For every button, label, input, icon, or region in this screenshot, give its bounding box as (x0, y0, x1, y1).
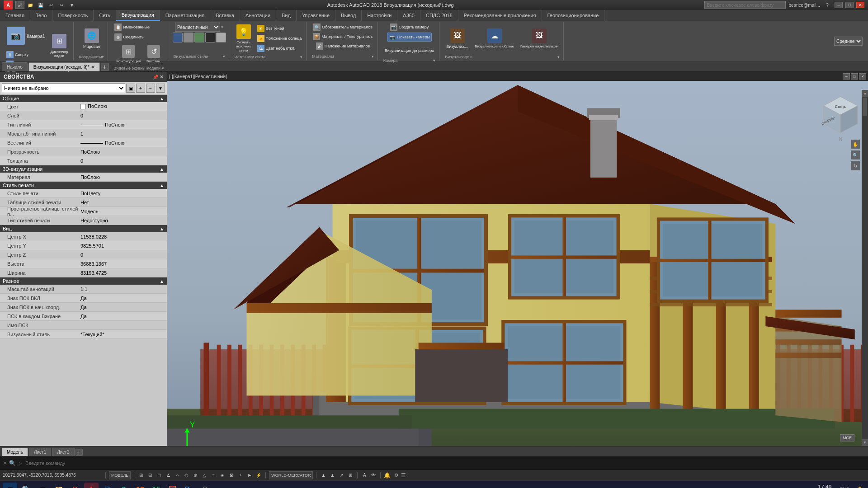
section-collapse-3d[interactable]: ▲ (160, 167, 164, 172)
explorer-btn[interactable]: 📁 (52, 483, 66, 488)
section-header-stil[interactable]: Стиль печати ▲ (0, 182, 167, 189)
bez-teney-btn[interactable]: ☀ Без теней (255, 24, 304, 33)
tab-upravlenie[interactable]: Управление (297, 10, 335, 21)
annot-viz-btn[interactable]: 👁 (370, 472, 377, 479)
photoshop-taskbar-btn[interactable]: Ps (182, 483, 196, 488)
ortho-btn[interactable]: ⊓ (156, 472, 163, 479)
linput-btn[interactable]: ► (246, 472, 253, 479)
qa-redo-btn[interactable]: ↪ (57, 0, 66, 9)
vp-maximize-btn[interactable]: □ (851, 73, 858, 80)
tab-nachalo[interactable]: Начало (2, 62, 28, 71)
unknown-taskbar-btn[interactable]: P (198, 483, 212, 488)
prop-select-btn1[interactable]: ▣ (126, 84, 135, 93)
tab-list1[interactable]: Лист1 (29, 448, 51, 456)
koordinaty-dropdown[interactable]: ▾ (102, 55, 104, 59)
dispatcher-btn[interactable]: ⊞ Диспетчервидов (48, 30, 71, 61)
notifications-btn[interactable]: 🔔 (384, 472, 391, 479)
tab-glavnaya[interactable]: Главная (0, 10, 30, 21)
tab-list2[interactable]: Лист2 (52, 448, 74, 456)
vp-minimize-btn[interactable]: ─ (843, 73, 850, 80)
tab-spds[interactable]: СПДС 2018 (420, 10, 458, 21)
scroll-down-btn[interactable]: ▼ (862, 439, 868, 446)
qa-open-btn[interactable]: 📁 (26, 0, 35, 9)
tab-a360[interactable]: А360 (397, 10, 420, 21)
osnap-btn[interactable]: ○ (174, 472, 181, 479)
viewcube[interactable]: Свер. Спереди N (821, 94, 860, 133)
nav-orbit-btn[interactable]: ↻ (851, 161, 860, 170)
help-btn[interactable]: ? (823, 0, 832, 9)
vidovye-dropdown[interactable]: ▾ (162, 66, 164, 70)
section-header-3d[interactable]: 3D-визуализация ▲ (0, 165, 167, 173)
prop-select-btn3[interactable]: − (146, 84, 155, 93)
tab-add-btn[interactable]: + (75, 449, 83, 456)
tab-geopozitsionirovanie[interactable]: Геопозиционирование (542, 10, 605, 21)
tab-vstavka[interactable]: Вставка (210, 10, 240, 21)
tab-poverkhnost[interactable]: Поверхность (52, 10, 94, 21)
notification-center-btn[interactable]: 🔔 (854, 486, 865, 488)
insight-taskbar-btn[interactable]: 15 (149, 483, 164, 488)
sverhu-btn[interactable]: ⬆ Сверху (5, 50, 47, 59)
wsw-icon2[interactable]: ▲ (329, 472, 336, 479)
transp-btn[interactable]: ◈ (219, 472, 226, 479)
object-selector[interactable]: Ничего не выбрано (2, 83, 125, 93)
tab-set[interactable]: Сеть (94, 10, 116, 21)
section-header-obshchie[interactable]: Общие ▲ (0, 95, 167, 102)
viz-style-swatch5[interactable] (216, 33, 226, 42)
viz-style-select[interactable]: Реалистичный (175, 23, 220, 32)
prop-pin-btn[interactable]: 📌 (153, 75, 158, 80)
model-mode-btn[interactable]: МОДЕЛЬ (109, 471, 131, 479)
tab-annotatsii[interactable]: Аннотации (240, 10, 276, 21)
prop-select-btn2[interactable]: + (136, 84, 145, 93)
viz-stili-dropdown[interactable]: ▾ (223, 54, 225, 59)
prop-select-btn4[interactable]: ▼ (156, 84, 165, 93)
tab-vyvod[interactable]: Вывод (335, 10, 362, 21)
imenovannye-btn[interactable]: 📋 Именованные (113, 23, 151, 32)
pokazat-kameru-btn[interactable]: 📷 Показать камеры (387, 33, 432, 42)
annot-scale-btn[interactable]: A (361, 472, 368, 479)
section-collapse-obshchie[interactable]: ▲ (160, 96, 164, 101)
qa-dropdown-btn[interactable]: ▼ (67, 0, 76, 9)
konfig-btn[interactable]: ⊞ Конфигурация (114, 43, 143, 66)
viz-style-swatch1[interactable] (173, 33, 183, 42)
tab-parametrizatsiya[interactable]: Параметризация (160, 10, 210, 21)
tsvet-neba-btn[interactable]: 🌤 Цвет неба откл. (255, 44, 304, 53)
viz-btn[interactable]: 🖼 Визуализ.... (444, 23, 471, 54)
autocad-taskbar-btn[interactable]: A (84, 483, 99, 488)
navisworks-taskbar-btn[interactable]: 13 (133, 483, 147, 488)
tab-add-btn[interactable]: + (101, 63, 109, 71)
dyn-btn[interactable]: + (237, 472, 244, 479)
qa-save-btn[interactable]: 💾 (36, 0, 45, 9)
calc-taskbar-btn[interactable]: 🧮 (165, 483, 180, 488)
polar-btn[interactable]: ∠ (165, 472, 172, 479)
section-collapse-stil[interactable]: ▲ (160, 183, 164, 188)
istochniki-dropdown[interactable]: ▾ (300, 55, 302, 59)
browser-btn[interactable]: O (68, 483, 82, 488)
wsw-icon4[interactable]: ⊞ (347, 472, 354, 479)
revit-taskbar-btn[interactable]: R (100, 483, 115, 488)
wsw-icon3[interactable]: ↗ (338, 472, 345, 479)
section-collapse-vid[interactable]: ▲ (160, 226, 164, 231)
sozdat-kameru-btn[interactable]: 📷 Создать камеру (388, 23, 430, 32)
command-input[interactable] (24, 460, 865, 466)
close-btn[interactable]: ✕ (856, 2, 864, 8)
qa-undo-btn[interactable]: ↩ (47, 0, 56, 9)
scroll-thumb[interactable] (863, 98, 867, 116)
kamera-dropdown[interactable]: ▾ (433, 58, 435, 63)
obozrevatel-btn[interactable]: 🔍 Обозреватель материалов (311, 23, 374, 32)
mce-btn[interactable]: МСЕ (840, 434, 854, 441)
section-header-vid[interactable]: Вид ▲ (0, 225, 167, 232)
quality-select[interactable]: Среднее Низкое Высокое (834, 37, 863, 46)
maximize-btn[interactable]: □ (845, 2, 854, 8)
scroll-up-btn[interactable]: ▲ (862, 90, 868, 97)
tab-rekomendovannye[interactable]: Рекомендованные приложения (458, 10, 542, 21)
workspace-btn[interactable]: ⚙ (394, 473, 398, 478)
tab-vizualizatsiya[interactable]: Визуализация (116, 10, 160, 21)
viz-group-dropdown[interactable]: ▾ (557, 55, 560, 59)
section-header-raznoe[interactable]: Разное ▲ (0, 277, 167, 285)
3dsmax-taskbar-btn[interactable]: 3 (117, 483, 131, 488)
galereya-btn[interactable]: 🖼 Галерея визуализации (518, 23, 561, 54)
tab-nastroyki[interactable]: Настройки (362, 10, 397, 21)
mat-tekstury-btn[interactable]: 📦 Материалы / Текстуры вкл. (311, 32, 374, 41)
qa-new-btn[interactable]: ☍ (15, 1, 24, 9)
prop-close-btn[interactable]: ✕ (160, 75, 163, 80)
